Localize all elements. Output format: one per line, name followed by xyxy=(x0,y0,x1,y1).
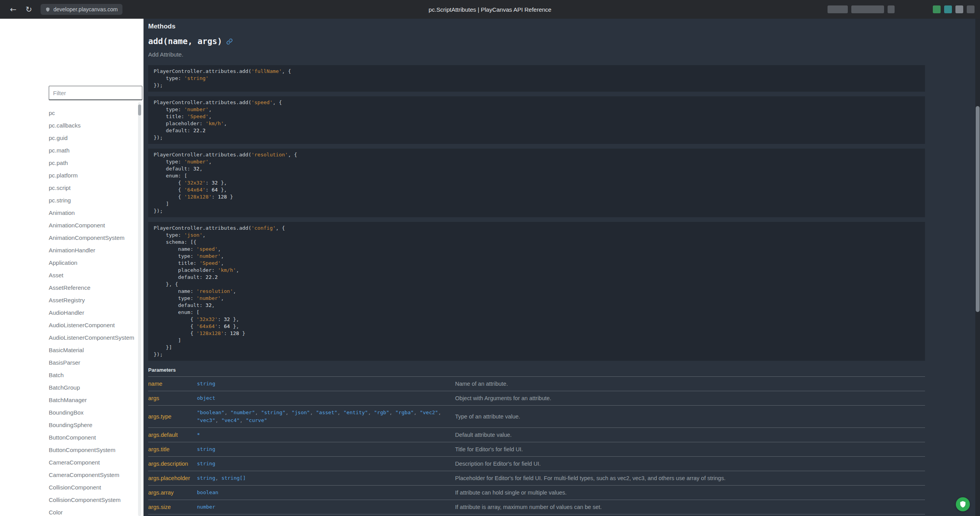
sidebar-item-assetreference[interactable]: AssetReference xyxy=(49,282,139,294)
param-types: number xyxy=(197,503,455,511)
code-line: schema: [{ xyxy=(154,239,920,246)
type-link[interactable]: "vec2" xyxy=(420,410,438,415)
method-signature-row: add(name, args) xyxy=(148,37,925,46)
type-link[interactable]: string[] xyxy=(222,475,246,481)
sidebar-item-application[interactable]: Application xyxy=(49,257,139,269)
sidebar-item-buttoncomponentsystem[interactable]: ButtonComponentSystem xyxy=(49,444,139,456)
param-row-args.placeholder: args.placeholderstring, string[]Placehol… xyxy=(148,471,925,486)
extension-icon[interactable] xyxy=(955,5,963,13)
param-name: args.type xyxy=(148,413,197,420)
toolbar-placeholder[interactable] xyxy=(828,5,848,13)
code-example-2: PlayerController.attributes.add('speed',… xyxy=(148,96,925,144)
chrome-toolbar-right xyxy=(828,5,975,13)
sidebar-item-cameracomponentsystem[interactable]: CameraComponentSystem xyxy=(49,469,139,481)
sidebar-item-audiolistenercomponent[interactable]: AudioListenerComponent xyxy=(49,319,139,332)
sidebar-item-pc.guid[interactable]: pc.guid xyxy=(49,132,139,144)
sidebar-item-basicmaterial[interactable]: BasicMaterial xyxy=(49,344,139,356)
code-line: type: 'number', xyxy=(154,158,920,165)
shield-extension-badge[interactable] xyxy=(956,497,970,511)
code-line: }); xyxy=(154,82,920,89)
type-link[interactable]: "boolean" xyxy=(197,410,224,415)
code-line: ] xyxy=(154,200,920,207)
param-row-args.array: args.arraybooleanIf attribute can hold s… xyxy=(148,486,925,500)
type-link[interactable]: * xyxy=(197,432,200,438)
code-line: title: 'Speed', xyxy=(154,113,920,120)
toolbar-placeholder[interactable] xyxy=(888,5,895,13)
code-line: placeholder: 'km/h', xyxy=(154,120,920,127)
sidebar-item-pc.script[interactable]: pc.script xyxy=(49,182,139,194)
type-link[interactable]: number xyxy=(197,504,215,510)
sidebar-item-pc.math[interactable]: pc.math xyxy=(49,144,139,157)
param-description: Name of an attribute. xyxy=(455,380,925,388)
url-text: developer.playcanvas.com xyxy=(53,6,118,12)
type-link[interactable]: "entity" xyxy=(344,410,368,415)
sidebar-item-collisioncomponentsystem[interactable]: CollisionComponentSystem xyxy=(49,494,139,506)
sidebar-item-pc.callbacks[interactable]: pc.callbacks xyxy=(49,119,139,132)
code-line: }] xyxy=(154,344,920,351)
code-line: { '32x32': 32 }, xyxy=(154,316,920,323)
filter-input[interactable] xyxy=(49,86,142,100)
type-link[interactable]: "curve" xyxy=(246,417,267,423)
sidebar-item-batchgroup[interactable]: BatchGroup xyxy=(49,381,139,394)
code-line: }); xyxy=(154,207,920,215)
code-example-4: PlayerController.attributes.add('config'… xyxy=(148,222,925,361)
type-link[interactable]: "number" xyxy=(230,410,255,415)
sidebar-item-pc[interactable]: pc xyxy=(49,107,139,119)
sidebar-item-batchmanager[interactable]: BatchManager xyxy=(49,394,139,406)
extension-icon[interactable] xyxy=(933,5,941,13)
code-line: PlayerController.attributes.add('config'… xyxy=(154,225,920,232)
type-link[interactable]: "vec4" xyxy=(222,417,240,423)
type-link[interactable]: string xyxy=(197,381,215,387)
type-link[interactable]: string xyxy=(197,446,215,452)
sidebar-item-pc.string[interactable]: pc.string xyxy=(49,194,139,207)
sidebar-item-collisioncomponent[interactable]: CollisionComponent xyxy=(49,481,139,494)
extension-icon[interactable] xyxy=(944,5,952,13)
code-line: enum: [ xyxy=(154,172,920,179)
sidebar-item-asset[interactable]: Asset xyxy=(49,269,139,282)
type-link[interactable]: "rgb" xyxy=(374,410,389,415)
toolbar-placeholder[interactable] xyxy=(851,5,884,13)
address-bar[interactable]: developer.playcanvas.com xyxy=(41,4,122,15)
reload-button[interactable]: ↻ xyxy=(22,3,35,16)
code-line: { '32x32': 32 }, xyxy=(154,179,920,186)
type-link[interactable]: object xyxy=(197,395,215,401)
param-row-args.description: args.descriptionstringDescription for Ed… xyxy=(148,457,925,471)
type-link[interactable]: "asset" xyxy=(316,410,337,415)
sidebar-item-boundingsphere[interactable]: BoundingSphere xyxy=(49,419,139,431)
anchor-link-icon[interactable] xyxy=(226,38,233,45)
sidebar-scrollbar[interactable] xyxy=(138,102,141,516)
param-description: Type of an attribute value. xyxy=(455,413,925,420)
sidebar-item-boundingbox[interactable]: BoundingBox xyxy=(49,406,139,419)
sidebar-item-animationhandler[interactable]: AnimationHandler xyxy=(49,244,139,257)
main-scrollbar[interactable] xyxy=(975,19,980,516)
shield-icon xyxy=(959,500,967,508)
sidebar-item-audiolistenercomponentsystem[interactable]: AudioListenerComponentSystem xyxy=(49,332,139,344)
sidebar-item-buttoncomponent[interactable]: ButtonComponent xyxy=(49,431,139,444)
sidebar-item-pc.platform[interactable]: pc.platform xyxy=(49,169,139,182)
type-link[interactable]: string xyxy=(197,461,215,466)
main-scrollbar-thumb[interactable] xyxy=(976,106,980,312)
sidebar-item-pc.path[interactable]: pc.path xyxy=(49,157,139,169)
sidebar-item-audiohandler[interactable]: AudioHandler xyxy=(49,307,139,319)
sidebar-item-batch[interactable]: Batch xyxy=(49,369,139,381)
param-types: boolean xyxy=(197,489,455,496)
type-link[interactable]: "json" xyxy=(292,410,310,415)
type-link[interactable]: string xyxy=(197,475,215,481)
type-link[interactable]: "rgba" xyxy=(395,410,414,415)
code-examples: PlayerController.attributes.add('fullNam… xyxy=(148,65,925,361)
sidebar-item-animationcomponentsystem[interactable]: AnimationComponentSystem xyxy=(49,232,139,244)
back-button[interactable]: ← xyxy=(7,3,20,16)
param-types: "boolean", "number", "string", "json", "… xyxy=(197,409,455,424)
sidebar-item-animation[interactable]: Animation xyxy=(49,207,139,219)
sidebar-item-assetregistry[interactable]: AssetRegistry xyxy=(49,294,139,307)
type-link[interactable]: "vec3" xyxy=(197,417,215,423)
extension-icon[interactable] xyxy=(967,5,975,13)
sidebar-item-cameracomponent[interactable]: CameraComponent xyxy=(49,456,139,469)
sidebar-item-color[interactable]: Color xyxy=(49,506,139,516)
sidebar-scrollbar-thumb[interactable] xyxy=(138,105,141,115)
param-name: args.title xyxy=(148,446,197,452)
type-link[interactable]: boolean xyxy=(197,489,218,495)
sidebar-item-basisparser[interactable]: BasisParser xyxy=(49,356,139,369)
sidebar-item-animationcomponent[interactable]: AnimationComponent xyxy=(49,219,139,232)
type-link[interactable]: "string" xyxy=(261,410,285,415)
